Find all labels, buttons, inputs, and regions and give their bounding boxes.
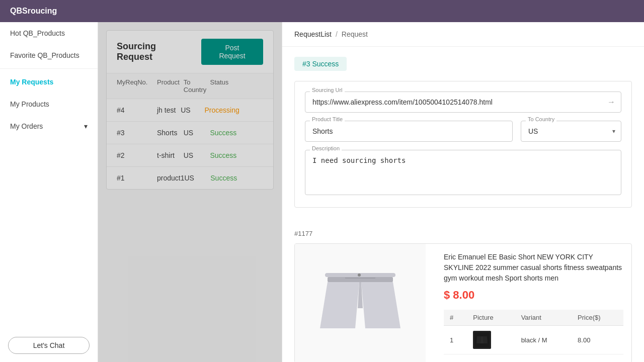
sidebar-item-my-products[interactable]: My Products xyxy=(0,93,98,115)
col-price: Price($) xyxy=(572,310,623,326)
breadcrumb-separator: / xyxy=(336,30,338,38)
product-info: Eric Emanuel EE Basic Short NEW YORK CIT… xyxy=(436,244,631,362)
status-badge: #3 Success xyxy=(294,57,347,71)
product-title-field: Product Title xyxy=(305,121,513,142)
product-image-area xyxy=(295,244,426,362)
variant-row: 1 xyxy=(444,326,623,354)
country-select-wrapper: US CA UK ▾ xyxy=(521,121,621,142)
sidebar: Hot QB_Products Favorite QB_Products My … xyxy=(0,22,98,362)
sourcing-url-input[interactable] xyxy=(305,92,621,113)
detail-content: #3 Success Sourcing Url → Product Title xyxy=(282,47,644,230)
variant-thumb xyxy=(473,331,491,349)
product-section: #1177 xyxy=(282,230,644,362)
topbar: QBSroucing xyxy=(0,0,644,22)
variant-price: 8.00 xyxy=(572,326,623,354)
variants-table: # Picture Variant Price($) 1 xyxy=(444,310,623,354)
app-title: QBSroucing xyxy=(10,7,57,16)
sidebar-divider xyxy=(0,68,98,69)
col-num: # xyxy=(444,310,467,326)
variant-num: 1 xyxy=(444,326,467,354)
variant-picture xyxy=(467,326,515,354)
col-variant: Variant xyxy=(515,310,572,326)
form-card: Sourcing Url → Product Title To Country xyxy=(294,81,632,208)
svg-marker-2 xyxy=(320,282,359,328)
svg-marker-3 xyxy=(361,282,400,328)
country-select[interactable]: US CA UK xyxy=(521,121,621,142)
product-country-row: Product Title To Country US CA UK ▾ xyxy=(305,121,621,142)
product-price: $ 8.00 xyxy=(444,289,623,302)
sidebar-item-label: Hot QB_Products xyxy=(10,29,65,37)
to-country-field: To Country US CA UK ▾ xyxy=(521,121,621,142)
overlay xyxy=(98,22,282,362)
sidebar-item-favorite-products[interactable]: Favorite QB_Products xyxy=(0,44,98,66)
svg-point-7 xyxy=(358,274,361,277)
sidebar-item-my-orders[interactable]: My Orders ▾ xyxy=(0,115,98,137)
lets-chat-button[interactable]: Let's Chat xyxy=(8,337,90,354)
sidebar-item-label: My Requests xyxy=(10,78,53,86)
description-textarea[interactable]: I need sourcing shorts xyxy=(305,150,621,195)
arrow-icon: → xyxy=(607,98,615,107)
sidebar-item-my-requests[interactable]: My Requests xyxy=(0,71,98,93)
breadcrumb-current: Request xyxy=(342,30,368,38)
product-id: #1177 xyxy=(294,230,632,237)
product-image xyxy=(315,268,406,338)
sidebar-item-label: My Products xyxy=(10,100,49,108)
product-title: Eric Emanuel EE Basic Short NEW YORK CIT… xyxy=(444,252,623,284)
chevron-down-icon: ▾ xyxy=(84,122,88,130)
sourcing-url-field: Sourcing Url → xyxy=(305,92,621,113)
product-card: Eric Emanuel EE Basic Short NEW YORK CIT… xyxy=(294,243,632,362)
breadcrumb-list[interactable]: RequestList xyxy=(294,30,332,38)
sidebar-item-label: Favorite QB_Products xyxy=(10,51,79,59)
col-picture: Picture xyxy=(467,310,515,326)
description-label: Description xyxy=(310,145,342,151)
variant-name: black / M xyxy=(515,326,572,354)
main-layout: Hot QB_Products Favorite QB_Products My … xyxy=(0,22,644,362)
detail-panel: RequestList / Request #3 Success Sourcin… xyxy=(282,22,644,362)
product-title-pre: Eric Emanuel EE Basic Short xyxy=(444,253,537,261)
to-country-label: To Country xyxy=(526,116,556,122)
product-title-input[interactable] xyxy=(305,121,513,142)
sidebar-bottom: Let's Chat xyxy=(0,329,98,362)
sourcing-url-label: Sourcing Url xyxy=(310,87,345,93)
content-area: Sourcing Request Post Request MyReqNo. P… xyxy=(98,22,282,362)
product-title-label: Product Title xyxy=(310,116,345,122)
sidebar-item-label: My Orders xyxy=(10,122,43,130)
sidebar-item-hot-products[interactable]: Hot QB_Products xyxy=(0,22,98,44)
breadcrumb: RequestList / Request xyxy=(282,22,644,47)
description-field: Description I need sourcing shorts xyxy=(305,150,621,197)
